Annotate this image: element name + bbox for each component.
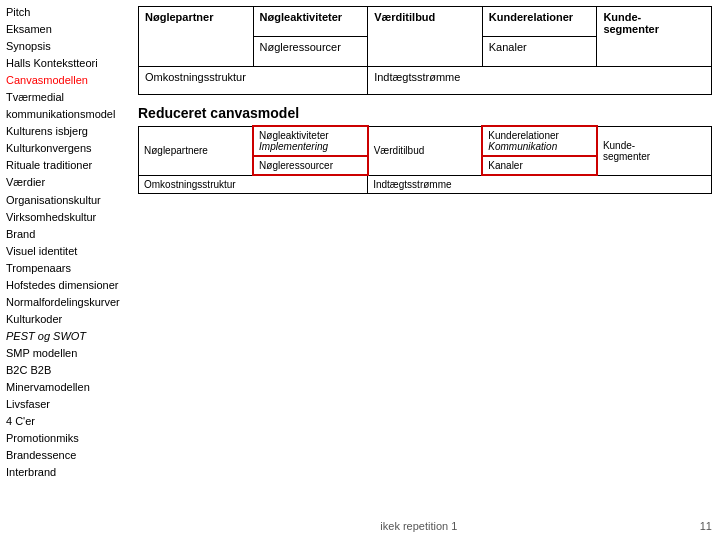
sidebar-item[interactable]: 4 C'er [6, 413, 124, 430]
sidebar-item[interactable]: Organisationskultur [6, 192, 124, 209]
canvas-table: Nøglepartner Nøgleaktiviteter Værditilbu… [138, 6, 712, 95]
canvas-nogleaktiviteter: Nøgleaktiviteter [253, 7, 368, 37]
reduced-kundesegmenter: Kunde- segmenter [597, 126, 712, 175]
canvas-kunderelationer: Kunderelationer [482, 7, 597, 37]
sidebar-item[interactable]: Kulturkoder [6, 311, 124, 328]
sidebar-item[interactable]: Visuel identitet [6, 243, 124, 260]
sidebar-item[interactable]: Virksomhedskultur [6, 209, 124, 226]
sidebar-item[interactable]: Pitch [6, 4, 124, 21]
sidebar-item[interactable]: Brand [6, 226, 124, 243]
sidebar-item[interactable]: Rituale traditioner [6, 157, 124, 174]
canvas-kanaler: Kanaler [482, 37, 597, 67]
sidebar-item[interactable]: Normalfordelingskurver [6, 294, 124, 311]
reduced-kanaler: Kanaler [482, 156, 597, 175]
sidebar-item[interactable]: Værdier [6, 174, 124, 191]
reduced-nogleaktiviteter: Nøgleaktiviteter Implementering [253, 126, 368, 156]
sidebar-item[interactable]: SMP modellen [6, 345, 124, 362]
sidebar-item[interactable]: Minervamodellen [6, 379, 124, 396]
main-content: Nøglepartner Nøgleaktiviteter Værditilbu… [130, 0, 720, 540]
canvas-vaerditilbud: Værditilbud [368, 7, 483, 67]
footer-page: 11 [700, 520, 712, 532]
sidebar-item[interactable]: PEST og SWOT [6, 328, 124, 345]
reduced-omkostningsstruktur: Omkostningsstruktur [139, 175, 368, 194]
sidebar-item[interactable]: Trompenaars [6, 260, 124, 277]
reduced-noglepartnere: Nøglepartnere [139, 126, 254, 175]
sidebar-item[interactable]: Eksamen [6, 21, 124, 38]
reduced-kunderelationer: Kunderelationer Kommunikation [482, 126, 597, 156]
canvas-nogleressourcer: Nøgleressourcer [253, 37, 368, 67]
sidebar-item[interactable]: Kulturens isbjerg [6, 123, 124, 140]
canvas-omkostningsstruktur: Omkostningsstruktur [139, 67, 368, 95]
reduced-nogleressourcer: Nøgleressourcer [253, 156, 368, 175]
sidebar-item[interactable]: Kulturkonvergens [6, 140, 124, 157]
reduced-title: Reduceret canvasmodel [138, 105, 712, 121]
sidebar-item[interactable]: Halls Kontekstteori [6, 55, 124, 72]
sidebar-item[interactable]: Hofstedes dimensioner [6, 277, 124, 294]
reduced-indtagtsstroemme: Indtægtsstrømme [368, 175, 712, 194]
footer: ikek repetition 1 11 [138, 518, 712, 534]
reduced-vaerditilbud: Værditilbud [368, 126, 483, 175]
reduced-table: Nøglepartnere Nøgleaktiviteter Implement… [138, 125, 712, 194]
sidebar-item[interactable]: Livsfaser [6, 396, 124, 413]
canvas-indtagtsstroemme: Indtægtsstrømme [368, 67, 712, 95]
canvas-kundesegmenter: Kunde- segmenter [597, 7, 712, 67]
sidebar-item[interactable]: Canvasmodellen [6, 72, 124, 89]
sidebar-item[interactable]: Brandessence [6, 447, 124, 464]
reduced-section: Reduceret canvasmodel Nøglepartnere Nøgl… [138, 105, 712, 194]
sidebar-item[interactable]: Interbrand [6, 464, 124, 481]
sidebar-item[interactable]: Tværmedial [6, 89, 124, 106]
footer-center: ikek repetition 1 [380, 520, 457, 532]
sidebar: PitchEksamenSynopsisHalls KontekstteoriC… [0, 0, 130, 540]
sidebar-item[interactable]: kommunikationsmodel [6, 106, 124, 123]
sidebar-item[interactable]: B2C B2B [6, 362, 124, 379]
canvas-noglepartner: Nøglepartner [139, 7, 254, 67]
sidebar-item[interactable]: Synopsis [6, 38, 124, 55]
sidebar-item[interactable]: Promotionmiks [6, 430, 124, 447]
